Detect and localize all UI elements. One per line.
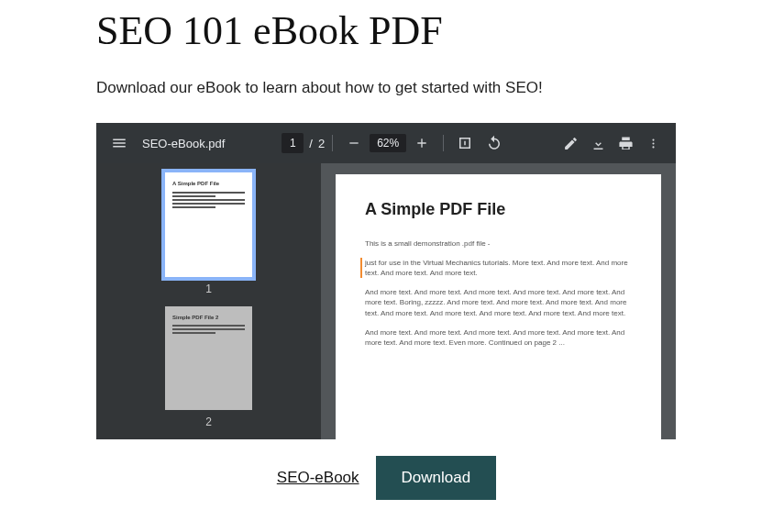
current-page-input[interactable]: 1 — [282, 133, 304, 153]
pdf-paragraph: And more text. And more text. And more t… — [365, 327, 632, 348]
pdf-thumbnail-sidebar: A Simple PDF File 1 Simple PDF File 2 2 — [96, 163, 321, 439]
zoom-in-icon[interactable] — [408, 129, 436, 157]
pdf-document-title: A Simple PDF File — [365, 198, 632, 221]
pdf-paragraph: And more text. And more text. And more t… — [365, 287, 632, 318]
pdf-paragraph: This is a small demonstration .pdf file … — [365, 238, 632, 249]
page-subtitle: Download our eBook to learn about how to… — [96, 79, 677, 97]
pdf-thumbnail-2[interactable]: Simple PDF File 2 — [165, 306, 252, 411]
page-separator: / — [309, 137, 313, 150]
pdf-filename: SEO-eBook.pdf — [142, 137, 225, 150]
zoom-controls: 62% — [340, 129, 436, 157]
pdf-viewer: SEO-eBook.pdf 1 / 2 62% — [96, 123, 676, 439]
toolbar-divider — [332, 135, 333, 151]
file-link[interactable]: SEO-eBook — [277, 469, 359, 487]
fit-page-icon[interactable] — [451, 129, 479, 157]
total-pages: 2 — [318, 137, 325, 150]
menu-icon[interactable] — [105, 129, 133, 157]
pdf-paragraph: just for use in the Virtual Mechanics tu… — [360, 258, 632, 278]
pdf-main-canvas[interactable]: A Simple PDF File This is a small demons… — [321, 163, 676, 439]
download-icon[interactable] — [584, 129, 612, 157]
download-button[interactable]: Download — [376, 456, 497, 500]
pdf-toolbar: SEO-eBook.pdf 1 / 2 62% — [96, 123, 676, 163]
pdf-thumbnail-1[interactable]: A Simple PDF File — [165, 172, 252, 277]
download-row: SEO-eBook Download — [96, 456, 677, 500]
rotate-icon[interactable] — [480, 129, 508, 157]
pdf-body: A Simple PDF File 1 Simple PDF File 2 2 — [96, 163, 676, 439]
thumb-preview-title: Simple PDF File 2 — [172, 314, 245, 321]
thumb-label-1: 1 — [205, 283, 212, 295]
thumb-label-2: 2 — [205, 416, 212, 428]
edit-icon[interactable] — [557, 129, 584, 157]
pdf-page-1: A Simple PDF File This is a small demons… — [336, 174, 661, 439]
print-icon[interactable] — [612, 129, 639, 157]
page-indicator: 1 / 2 — [282, 133, 325, 153]
zoom-out-icon[interactable] — [340, 129, 368, 157]
more-icon[interactable] — [639, 129, 667, 157]
toolbar-divider — [443, 135, 444, 151]
page-title: SEO 101 eBook PDF — [96, 9, 677, 53]
thumb-preview-title: A Simple PDF File — [172, 180, 245, 187]
zoom-level[interactable]: 62% — [370, 134, 406, 152]
